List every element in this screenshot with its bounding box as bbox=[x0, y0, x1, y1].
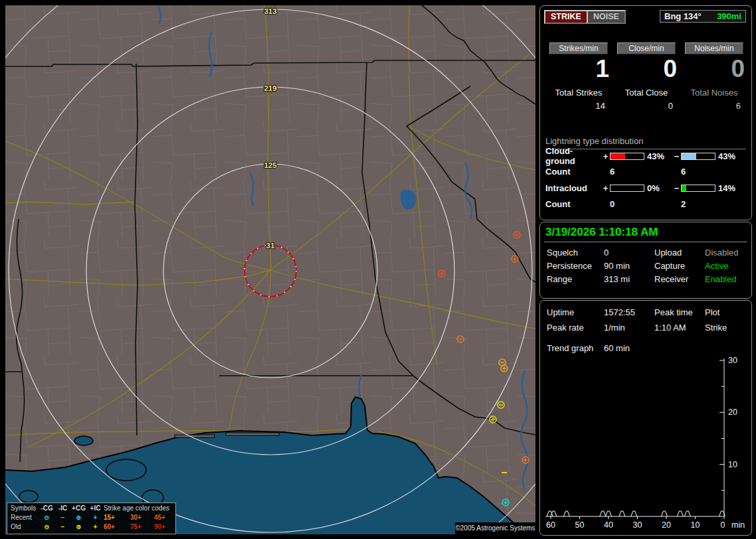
trend-graph-label: Trend graph bbox=[547, 343, 593, 353]
total-close-value: 0 bbox=[613, 101, 680, 111]
strike-age-code: 75+ bbox=[130, 522, 154, 531]
legend-old-label: Old bbox=[11, 522, 39, 531]
noises-per-min-chip[interactable]: Noises/min bbox=[685, 42, 743, 54]
total-strikes-value: 14 bbox=[545, 101, 612, 111]
rate-spike bbox=[684, 511, 690, 516]
axis-ticks bbox=[551, 360, 724, 519]
trend-window-value: 60 min bbox=[604, 343, 630, 353]
cg-plus-count: 6 bbox=[610, 161, 644, 183]
total-strikes-label: Total Strikes bbox=[545, 88, 612, 98]
legend-age-title: Strike age color codes bbox=[104, 504, 177, 512]
x-tick-label: 0 bbox=[721, 520, 725, 530]
peak-rate-value: 1/min bbox=[604, 323, 654, 338]
persistence-value: 90 min bbox=[604, 261, 654, 274]
plus-sign: + bbox=[601, 151, 610, 161]
peak-time-label: Peak time bbox=[654, 307, 705, 323]
capture-label: Capture bbox=[654, 261, 705, 274]
legend-symbols-label: Symbols bbox=[11, 504, 39, 512]
minus-sign: − bbox=[672, 151, 681, 161]
ring-label-31: 31 bbox=[266, 242, 275, 250]
close-per-min-chip[interactable]: Close/min bbox=[617, 42, 676, 54]
close-per-min-value: 0 bbox=[613, 56, 680, 81]
cg-plus-bar bbox=[610, 153, 644, 160]
minus-icon: − bbox=[55, 513, 70, 522]
trend-graph: 3020106050403020100min bbox=[540, 354, 751, 533]
x-tick-label: 40 bbox=[604, 520, 613, 530]
y-tick-label: 10 bbox=[728, 460, 737, 469]
receiver-status: Enabled bbox=[705, 274, 749, 287]
total-noises-value: 6 bbox=[681, 101, 747, 111]
ring-label-313: 313 bbox=[264, 7, 276, 15]
strike-counters-panel: STRIKE NOISE Bng 134° 390mi Strikes/min … bbox=[539, 5, 752, 220]
datetime-display: 3/19/2026 1:10:18 AM bbox=[545, 226, 658, 239]
strike-age-code: 30+ bbox=[130, 513, 154, 522]
map-canvas: 313 219 125 31 bbox=[5, 5, 535, 534]
cg-plus-percent: 43% bbox=[644, 151, 672, 161]
noises-per-min-value: 0 bbox=[681, 56, 747, 81]
ic-minus-bar bbox=[681, 185, 715, 192]
legend-col-cg-pos: +CG bbox=[70, 504, 87, 512]
noise-mode-button[interactable]: NOISE bbox=[587, 10, 626, 24]
plus-sign: + bbox=[601, 183, 610, 193]
legend-col-ic-pos: +IC bbox=[87, 504, 104, 512]
distribution-grid: Cloud-ground + 43% − 43% Count 6 6 Intra… bbox=[545, 148, 747, 212]
cg-minus-percent: 43% bbox=[715, 151, 742, 161]
bearing-value: Bng 134° bbox=[664, 11, 702, 21]
x-tick-label: 20 bbox=[662, 520, 671, 530]
ic-plus-bar bbox=[610, 185, 644, 192]
circled-minus-icon: ⊖ bbox=[39, 513, 55, 522]
rate-spike bbox=[631, 511, 637, 516]
plus-icon: + bbox=[87, 513, 104, 522]
strike-mode-button[interactable]: STRIKE bbox=[544, 10, 588, 24]
y-tick-label: 20 bbox=[728, 408, 737, 417]
rate-spike bbox=[551, 511, 557, 516]
y-tick-label: 30 bbox=[728, 356, 737, 365]
legend-recent-label: Recent bbox=[11, 513, 39, 522]
minus-icon: − bbox=[55, 522, 70, 531]
squelch-label: Squelch bbox=[547, 248, 604, 261]
rate-spike bbox=[600, 511, 606, 516]
ic-plus-percent: 0% bbox=[644, 183, 672, 193]
rate-spike bbox=[606, 511, 612, 516]
strike-age-code: 60+ bbox=[104, 522, 130, 531]
x-axis-unit: min bbox=[731, 520, 745, 530]
upload-status: Disabled bbox=[705, 248, 749, 261]
total-noises-label: Total Noises bbox=[681, 88, 747, 98]
circled-plus-icon: ⊕ bbox=[70, 522, 87, 531]
plot-label: Plot bbox=[705, 307, 749, 323]
copyright-notice: ©2005 Astrogenic Systems bbox=[455, 522, 535, 534]
ic-minus-count: 2 bbox=[681, 199, 715, 209]
bearing-range-value: 390mi bbox=[717, 11, 741, 21]
uptime-label: Uptime bbox=[547, 307, 604, 323]
x-tick-label: 10 bbox=[691, 520, 700, 530]
strike-age-code: 45+ bbox=[154, 513, 177, 522]
range-label: Range bbox=[547, 274, 604, 287]
ring-label-219: 219 bbox=[264, 84, 276, 92]
plot-mode-value: Strike bbox=[705, 323, 749, 338]
strikes-per-min-value: 1 bbox=[545, 56, 612, 81]
peak-rate-label: Peak rate bbox=[547, 323, 604, 338]
receiver-label: Receiver bbox=[654, 274, 705, 287]
app-window: 313 219 125 31 Symbols -CG -IC +CG +IC S… bbox=[0, 0, 756, 539]
ic-minus-percent: 14% bbox=[715, 183, 742, 193]
range-value: 313 mi bbox=[604, 274, 654, 287]
strikes-per-min-chip[interactable]: Strikes/min bbox=[549, 42, 608, 54]
plus-icon: + bbox=[87, 522, 104, 531]
rate-spike bbox=[662, 511, 668, 516]
minus-sign: − bbox=[672, 183, 681, 193]
total-close-label: Total Close bbox=[613, 88, 680, 98]
strike-map[interactable]: 313 219 125 31 Symbols -CG -IC +CG +IC S… bbox=[5, 5, 535, 534]
intracloud-label: Intracloud bbox=[545, 183, 601, 193]
rate-spike bbox=[677, 511, 683, 516]
circled-plus-icon: ⊕ bbox=[70, 513, 87, 522]
rate-spike bbox=[619, 511, 625, 516]
map-legend: Symbols -CG -IC +CG +IC Strike age color… bbox=[7, 502, 176, 534]
rate-spike bbox=[563, 511, 569, 516]
divider bbox=[544, 242, 747, 242]
persistence-label: Persistence bbox=[547, 261, 604, 274]
axis-labels: 3020106050403020100min bbox=[546, 356, 745, 530]
capture-status: Active bbox=[705, 261, 749, 274]
x-tick-label: 30 bbox=[633, 520, 642, 530]
legend-col-ic-neg: -IC bbox=[55, 504, 70, 512]
count-label: Count bbox=[545, 161, 601, 183]
